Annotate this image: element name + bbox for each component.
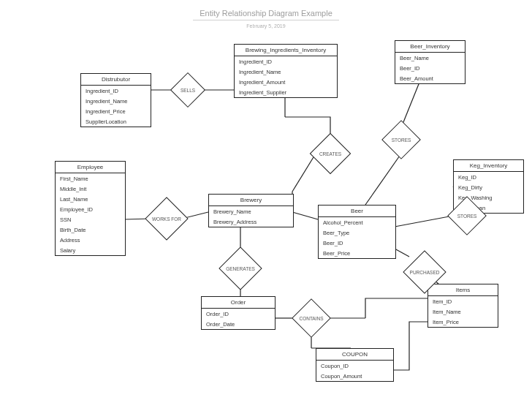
rel-generates[interactable]: GENERATES [225,253,256,284]
entity-header: Brewery [209,195,293,206]
entity-attr: Item_Price [428,317,498,327]
rel-contains[interactable]: CONTAINS [297,304,325,332]
entity-attr: Birth_Date [56,225,125,235]
entity-header: Order [202,297,275,309]
entity-attr: Ingredient_ID [81,86,151,96]
entity-header: Distrubutor [81,74,151,86]
rel-stores-keg[interactable]: STORES [453,202,481,230]
svg-line-3 [292,154,316,192]
entity-attr: First_Name [56,173,125,184]
entity-header: Beer [319,206,395,217]
entity-attr: Keg_Dirty [454,182,523,192]
entity-attr: Beer_ID [395,63,465,73]
svg-line-11 [292,212,318,219]
rel-creates[interactable]: CREATES [316,139,345,168]
entity-header: Employee [56,162,125,173]
entity-header: Keg_Inventory [454,160,523,172]
page-subtitle: February 5, 2019 [246,23,285,29]
svg-line-6 [365,154,401,205]
page-title: Entity Relationship Diagram Example [193,9,339,20]
entity-attr: Brewery_Address [209,216,293,227]
entity-coupon[interactable]: COUPONCoupon_IDCoupon_Amount [316,348,394,382]
entity-attr: Beer_Name [395,53,465,63]
rel-sells[interactable]: SELLS [175,78,200,102]
entity-attr: Employee_ID [56,204,125,214]
rel-purchased[interactable]: PURCHASED [409,257,440,287]
entity-attr: Beer_Price [319,248,395,258]
entity-attr: Brewery_Name [209,206,293,216]
entity-brewery[interactable]: BreweryBrewery_NameBrewery_Address [208,194,294,227]
entity-attr: Address [56,235,125,245]
entity-attr: Alcohol_Percent [319,217,395,227]
entity-beer-inventory[interactable]: Beer_InventoryBeer_NameBeer_IDBeer_Amoun… [395,40,466,84]
entity-header: Beer_Inventory [395,41,465,53]
entity-employee[interactable]: EmployeeFirst_NameMiddle_InitLast_NameEm… [55,161,126,256]
entity-attr: Coupon_ID [316,361,393,371]
svg-line-17 [395,249,409,257]
entity-attr: Ingredient_Name [235,67,337,77]
entity-header: Brewing_Ingredients_Inventory [235,45,337,56]
er-diagram-page: Entity Relationship Diagram Example Febr… [0,0,532,411]
entity-attr: SupplierLocation [81,116,151,127]
entity-attr: Middle_Init [56,184,125,194]
entity-attr: SSN [56,214,125,225]
entity-distributor[interactable]: DistrubutorIngredient_IDIngredient_NameI… [80,73,151,127]
entity-attr: Coupon_Amount [316,371,393,381]
entity-attr: Beer_ID [319,238,395,248]
entity-attr: Beer_Amount [395,73,465,83]
entity-attr: Item_Name [428,306,498,317]
entity-attr: Order_Date [202,319,275,329]
entity-attr: Beer_Type [319,227,395,238]
entity-attr: Ingredient_Price [81,106,151,116]
entity-attr: Ingredient_Amount [235,77,337,87]
entity-attr: Last_Name [56,194,125,204]
entity-attr: Ingredient_ID [235,56,337,67]
entity-ingredients[interactable]: Brewing_Ingredients_InventoryIngredient_… [234,44,338,98]
entity-items[interactable]: ItemsItem_IDItem_NameItem_Price [428,284,498,328]
entity-attr: Salary [56,245,125,255]
entity-attr: Ingredient_Name [81,96,151,106]
entity-attr: Keg_ID [454,172,523,182]
svg-line-5 [402,80,420,126]
rel-stores-beer[interactable]: STORES [387,126,415,154]
entity-order[interactable]: OrderOrder_IDOrder_Date [201,296,276,330]
entity-attr: Order_ID [202,309,275,319]
svg-line-8 [395,216,453,227]
entity-beer[interactable]: BeerAlcohol_PercentBeer_TypeBeer_IDBeer_… [318,205,396,259]
entity-attr: Item_ID [428,296,498,306]
rel-works-for[interactable]: WORKS FOR [151,203,182,234]
entity-attr: Ingredient_Supplier [235,87,337,97]
entity-header: COUPON [316,349,393,361]
